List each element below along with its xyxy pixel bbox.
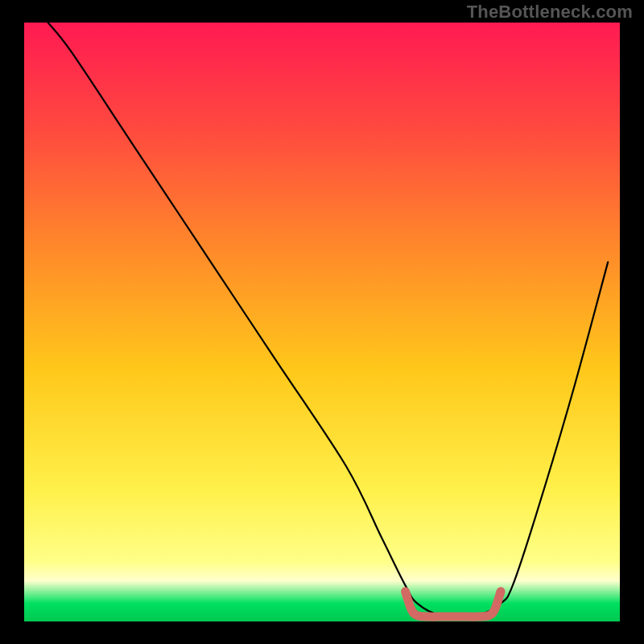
watermark-label: TheBottleneck.com [467,2,633,23]
chart-svg [0,0,644,644]
chart-frame: TheBottleneck.com [0,0,644,644]
